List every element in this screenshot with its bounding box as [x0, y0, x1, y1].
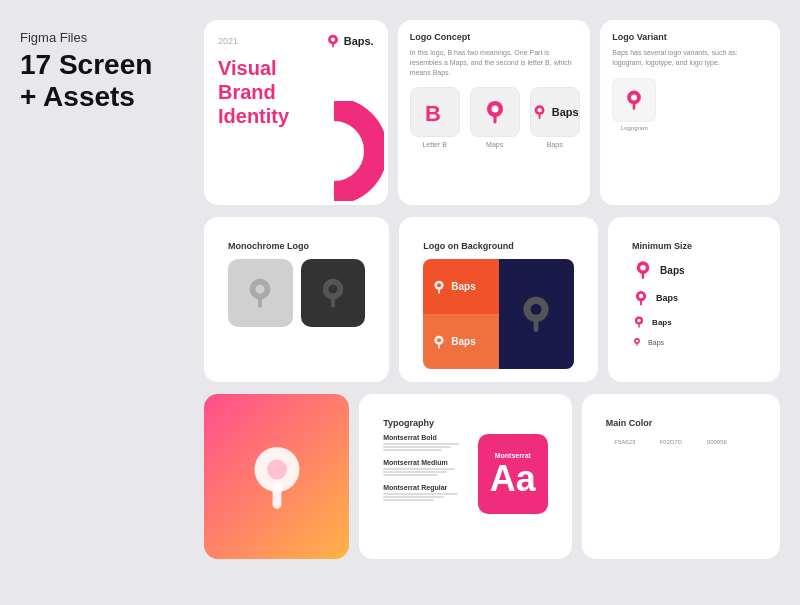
- bg-cell-orange-top: Baps: [423, 259, 498, 314]
- logo-concept-desc: In this logo, B has two meanings. One Pa…: [410, 48, 579, 77]
- svg-point-21: [640, 265, 646, 271]
- left-panel: Figma Files 17 Screen+ Assets: [20, 20, 190, 585]
- baps-icon-header: [326, 34, 340, 48]
- logo-concept-title: Logo Concept: [410, 32, 579, 42]
- min-size-items: Baps Baps: [632, 259, 756, 347]
- brand-body: VisualBrandIdentity: [218, 56, 374, 191]
- card-monochrome: Monochrome Logo: [204, 217, 389, 382]
- title-sub: Figma Files: [20, 30, 190, 45]
- mono-dark-icon: [315, 275, 351, 311]
- card-min-size: Minimum Size Baps: [608, 217, 780, 382]
- row3: Typography Montserrat Bold Montserrat Me…: [204, 394, 780, 559]
- min-size-row-4: Baps: [632, 337, 756, 347]
- typo-left: Montserrat Bold Montserrat Medium: [383, 434, 468, 514]
- color-group-pink: F02D7D: [652, 436, 690, 546]
- svg-point-5: [491, 106, 498, 113]
- svg-point-13: [328, 285, 337, 294]
- card-logo-bg: Logo on Background Baps: [399, 217, 598, 382]
- brand-logo: Baps.: [326, 34, 374, 48]
- variant-logogram: Logogram: [612, 78, 656, 131]
- card-colors: Main Color F5A623: [582, 394, 780, 559]
- svg-rect-2: [284, 101, 334, 201]
- mono-box-dark: [301, 259, 366, 327]
- typo-aa-box: Montserrat Aa: [478, 434, 548, 514]
- variant-logo-icon: [622, 88, 646, 112]
- colors-title: Main Color: [606, 418, 756, 428]
- min-icon-md: [632, 289, 650, 307]
- svg-point-25: [637, 319, 641, 323]
- min-size-row-2: Baps: [632, 289, 756, 307]
- concept-box-maps: [470, 87, 520, 137]
- gradient-logo-icon: [242, 442, 312, 512]
- typo-aa-text: Aa: [490, 461, 536, 497]
- maps-icon: [481, 98, 509, 126]
- page-container: Figma Files 17 Screen+ Assets 2021 Baps.: [0, 0, 800, 605]
- min-icon-sm: [632, 315, 646, 329]
- right-grid: 2021 Baps. VisualBrandIdentity: [204, 20, 780, 585]
- logo-concept-row: B Letter B: [410, 87, 579, 148]
- svg-point-15: [437, 283, 441, 287]
- svg-point-29: [267, 459, 287, 479]
- concept-item-maps: Maps: [470, 87, 520, 148]
- color-group-orange: F5A623: [606, 436, 644, 546]
- bg-logo-text-1: Baps: [451, 281, 475, 292]
- color-group-blue: 000056: [698, 436, 736, 546]
- svg-point-1: [331, 38, 335, 42]
- baps-combined-icon: [531, 103, 548, 121]
- color-bars: F5A623 F02D7D: [606, 436, 756, 546]
- letter-b-icon: B: [420, 97, 450, 127]
- svg-point-27: [636, 340, 639, 343]
- card-logo-variant: Logo Variant Baps has several logo varia…: [600, 20, 780, 205]
- svg-point-17: [531, 304, 542, 315]
- variant-boxes: Logogram: [612, 78, 768, 131]
- brand-year: 2021: [218, 36, 238, 46]
- card-brand: 2021 Baps. VisualBrandIdentity: [204, 20, 388, 205]
- svg-point-19: [437, 338, 441, 342]
- card-typography: Typography Montserrat Bold Montserrat Me…: [359, 394, 572, 559]
- concept-item-baps: Baps Baps: [530, 87, 580, 148]
- bg-logo-icon-dark: [514, 292, 558, 336]
- svg-point-9: [631, 94, 637, 100]
- row2: Monochrome Logo: [204, 217, 780, 382]
- card-logo-concept: Logo Concept In this logo, B has two mea…: [398, 20, 591, 205]
- row1: 2021 Baps. VisualBrandIdentity: [204, 20, 780, 205]
- typo-content: Montserrat Bold Montserrat Medium: [383, 434, 548, 514]
- svg-point-11: [256, 285, 265, 294]
- concept-box-baps: Baps: [530, 87, 580, 137]
- svg-point-7: [537, 108, 541, 112]
- svg-point-23: [639, 294, 644, 299]
- min-size-row-3: Baps: [632, 315, 756, 329]
- min-size-row-1: Baps: [632, 259, 756, 281]
- bg-logo-text-2: Baps: [451, 336, 475, 347]
- bg-logo-icon-2: [431, 334, 447, 350]
- logo-bg-title: Logo on Background: [423, 241, 574, 251]
- mono-light-icon: [242, 275, 278, 311]
- bg-cell-dark: [499, 259, 574, 369]
- min-icon-xs: [632, 337, 642, 347]
- concept-item-b: B Letter B: [410, 87, 460, 148]
- min-size-title: Minimum Size: [632, 241, 756, 251]
- variant-desc: Baps has several logo variants, such as:…: [612, 48, 768, 68]
- svg-text:B: B: [425, 101, 441, 126]
- brand-header: 2021 Baps.: [218, 34, 374, 48]
- title-main: 17 Screen+ Assets: [20, 49, 190, 113]
- logo-variant-title: Logo Variant: [612, 32, 768, 42]
- typography-title: Typography: [383, 418, 548, 428]
- min-icon-lg: [632, 259, 654, 281]
- bg-cell-orange-bottom: Baps: [423, 314, 498, 369]
- mono-icons: [228, 259, 365, 327]
- brand-circle: [284, 101, 384, 201]
- mono-box-light: [228, 259, 293, 327]
- variant-box-logogram: [612, 78, 656, 122]
- bg-logo-icon-1: [431, 279, 447, 295]
- logo-bg-grid: Baps: [423, 259, 574, 369]
- concept-box-b: B: [410, 87, 460, 137]
- brand-title: VisualBrandIdentity: [218, 56, 289, 128]
- card-gradient: [204, 394, 349, 559]
- monochrome-title: Monochrome Logo: [228, 241, 365, 251]
